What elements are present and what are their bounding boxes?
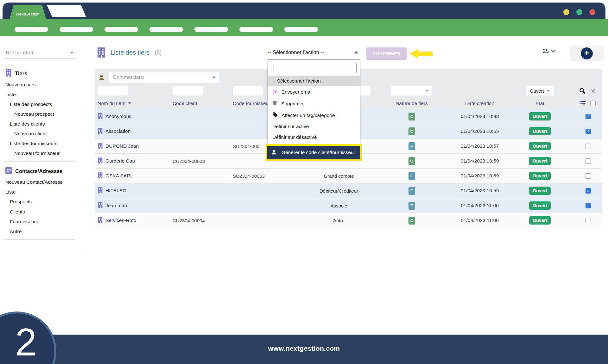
add-record-button[interactable]: + (570, 46, 604, 61)
row-checkbox[interactable]: ✓ (586, 188, 591, 194)
row-checkbox[interactable]: ✓ (586, 114, 591, 119)
date-creation-cell: 01/04/2023 10:57 (443, 143, 516, 149)
person-icon (98, 74, 105, 81)
sidebar-item-liste-des-clients[interactable]: Liste des clients (0, 119, 80, 129)
nav-menu-pill[interactable] (60, 27, 93, 32)
tiers-name-link[interactable]: HIFELEC (105, 188, 126, 194)
table-row[interactable]: Jean marcAssociéF01/04/2023 11:00Ouvert✓ (95, 198, 602, 213)
blank-tab[interactable] (47, 5, 86, 17)
nature-badge: F (408, 202, 415, 210)
row-checkbox[interactable]: ✓ (586, 129, 591, 134)
sidebar-item-nouveau-tiers[interactable]: Nouveau tiers (0, 80, 80, 89)
row-checkbox[interactable] (586, 218, 591, 223)
dropdown-item-envoyer-email[interactable]: @Envoyer email (268, 86, 360, 98)
tiers-name-link[interactable]: Jean marc (105, 203, 128, 208)
nav-menu-pill[interactable] (104, 27, 138, 32)
dropdown-item-d-finir-sur-activ[interactable]: Définir sur activé (268, 121, 360, 132)
filter-select-nature[interactable] (391, 86, 432, 96)
tiers-name-link[interactable]: DUPOND Jean (105, 143, 139, 149)
filter-input-code-fournisseur[interactable] (233, 86, 263, 96)
filter-select-etat[interactable]: Ouvert (526, 86, 554, 96)
sidebar-item-nouveau-contact-adresse[interactable]: Nouveau Contact/Adresse (0, 177, 80, 187)
dropdown-item-affecter-un-tag-cat-gorie[interactable]: Affecter un tag/catégorie (268, 109, 360, 121)
dropdown-item-generer-le-code[interactable]: Générer le code client/fournisseur (266, 144, 362, 161)
at-icon: @ (272, 89, 278, 95)
dropdown-item-supprimer[interactable]: Supprimer (268, 98, 360, 109)
building-icon (98, 187, 103, 194)
dropdown-item-d-finir-sur-d-sactiv[interactable]: Définir sur désactivé (268, 132, 360, 143)
tiers-name-link[interactable]: Garderie Cap (105, 158, 135, 164)
tiers-name-link[interactable]: Association (105, 128, 130, 134)
sidebar-item-nouveau-prospect[interactable]: Nouveau prospect (0, 109, 80, 119)
sidebar-item-liste-des-fournisseurs[interactable]: Liste des fournisseurs (0, 139, 80, 148)
column-header-code-client[interactable]: Code client (171, 101, 231, 106)
sidebar-item-liste[interactable]: Liste (0, 89, 80, 99)
page-size-select[interactable]: 25 (537, 48, 560, 57)
column-header-nom[interactable]: Nom du tiers (95, 101, 171, 106)
checkbox-cell (564, 144, 602, 149)
type-cell: Associé (298, 203, 380, 208)
column-header-etat[interactable]: État (516, 101, 564, 106)
nav-menu-pill[interactable] (239, 27, 273, 32)
sidebar-divider (4, 161, 75, 162)
select-all-checkbox[interactable] (590, 101, 596, 106)
etat-cell: Ouvert (516, 216, 564, 225)
table-row[interactable]: HIFELECDébiteur/CréditeurF01/04/2023 10:… (95, 183, 602, 198)
etat-cell: Ouvert (516, 142, 564, 150)
sidebar-item-autre[interactable]: Autre (0, 226, 80, 236)
table-row[interactable]: GSKA SARLSU2304-00003Grand compteF01/04/… (95, 169, 602, 183)
nature-badge: C (408, 157, 415, 165)
commercial-filter-select[interactable]: Commerciaux (109, 72, 219, 83)
step-number: 2 (15, 323, 37, 361)
type-cell: Autre (298, 218, 380, 223)
date-creation-cell: 01/04/2023 10:59 (443, 173, 516, 179)
column-header-date[interactable]: Date création (443, 101, 516, 106)
sidebar-item-nouveau-client[interactable]: Nouveau client (0, 129, 80, 139)
filter-input-code-client[interactable] (173, 86, 203, 96)
sidebar-item-prospects[interactable]: Prospects (0, 197, 80, 207)
date-creation-cell: 01/04/2023 11:00 (443, 203, 516, 208)
footer-bar: www.nextgestion.com (0, 335, 608, 364)
tiers-name-link[interactable]: Anonymous (105, 114, 131, 119)
nav-menu-pill[interactable] (284, 27, 318, 32)
action-select[interactable]: -- Sélectionner l'action -- (268, 49, 360, 55)
dropdown-item-s-lectionner-l-action[interactable]: -- Sélectionner l'action -- (268, 76, 360, 86)
brand-tab[interactable]: NextGestion (10, 5, 46, 19)
row-checkbox[interactable] (586, 158, 591, 164)
building-icon (98, 143, 103, 150)
building-icon (98, 157, 103, 165)
footer-url: www.nextgestion.com (0, 345, 608, 352)
row-checkbox[interactable] (586, 144, 591, 149)
date-creation-cell: 01/04/2023 10:55 (443, 128, 516, 134)
status-badge: Ouvert (529, 157, 551, 165)
sidebar-section-tiers[interactable]: Tiers (0, 67, 80, 80)
row-name-cell: Association (95, 128, 171, 135)
confirm-button[interactable]: CONFIRMER (366, 47, 407, 60)
sidebar-divider (4, 239, 75, 240)
nav-menu-pill[interactable] (15, 27, 48, 32)
sidebar-item-nouveau-fournisseur[interactable]: Nouveau fournisseur (0, 148, 80, 158)
sidebar-section-contacts-adresses[interactable]: Contacts/Adresses (0, 165, 80, 177)
etat-cell: Ouvert (516, 172, 564, 180)
tiers-name-link[interactable]: Services-Roto (105, 218, 136, 223)
dropdown-search-input[interactable] (271, 63, 357, 73)
filter-input-nom[interactable] (98, 86, 128, 96)
page-size-value: 25 (543, 48, 549, 54)
nature-cell: F (380, 142, 443, 150)
sidebar-item-fournisseurs[interactable]: Fournisseurs (0, 217, 80, 226)
list-view-icon[interactable] (580, 101, 586, 106)
row-checkbox[interactable]: ✓ (586, 203, 591, 208)
nav-menu-pill[interactable] (149, 27, 183, 32)
dropdown-item-label: Définir sur désactivé (272, 134, 317, 140)
column-header-nature[interactable]: Nature de tiers (380, 101, 443, 106)
sidebar-item-clients[interactable]: Clients (0, 207, 80, 217)
row-checkbox[interactable] (586, 173, 591, 179)
tiers-name-link[interactable]: GSKA SARL (105, 173, 133, 179)
nav-menu-pill[interactable] (194, 27, 228, 32)
search-icon[interactable] (579, 88, 586, 94)
sidebar-item-liste[interactable]: Liste (0, 187, 80, 197)
sidebar-search-select[interactable]: Rechercher (4, 48, 75, 59)
close-icon[interactable]: ✕ (591, 87, 596, 95)
table-row[interactable]: Services-RotoCU2304-00004AutreC01/04/202… (95, 213, 602, 228)
sidebar-item-liste-des-prospects[interactable]: Liste des prospects (0, 99, 80, 109)
